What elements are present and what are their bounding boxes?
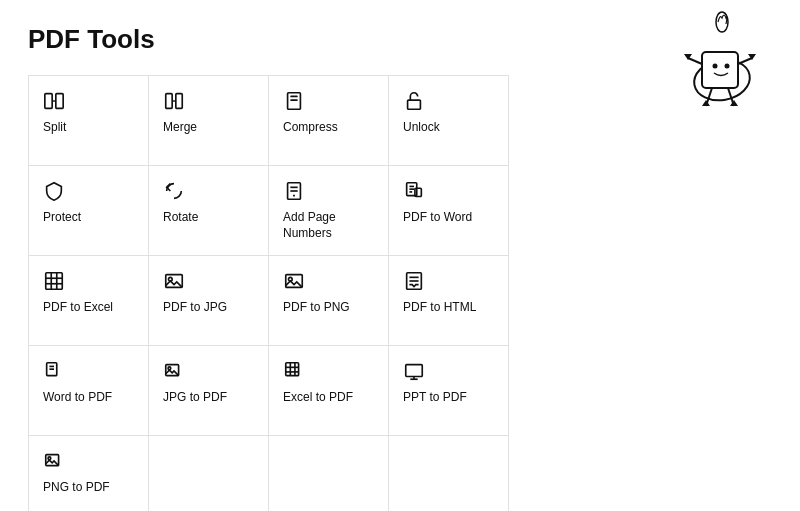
pdf-to-jpg-icon	[163, 270, 185, 292]
add-page-numbers-icon	[283, 180, 305, 202]
tool-item-rotate[interactable]: Rotate	[149, 166, 269, 256]
svg-rect-49	[286, 363, 299, 376]
svg-marker-10	[730, 100, 738, 106]
page-container: PDF Tools Spl	[0, 0, 800, 511]
unlock-label: Unlock	[403, 120, 440, 136]
pdf-to-jpg-label: PDF to JPG	[163, 300, 227, 316]
pdf-to-html-icon	[403, 270, 425, 292]
rotate-icon	[163, 180, 185, 202]
tool-item-unlock[interactable]: Unlock	[389, 76, 509, 166]
unlock-icon	[403, 90, 425, 112]
grid-empty-cell	[149, 436, 269, 511]
png-to-pdf-icon	[43, 450, 65, 472]
svg-marker-9	[702, 100, 710, 106]
pdf-to-word-icon	[403, 180, 425, 202]
pdf-to-excel-label: PDF to Excel	[43, 300, 113, 316]
tool-item-pdf-to-png[interactable]: PDF to PNG	[269, 256, 389, 346]
grid-empty-cell	[389, 436, 509, 511]
png-to-pdf-label: PNG to PDF	[43, 480, 110, 496]
add-page-numbers-label: Add Page Numbers	[283, 210, 336, 241]
word-to-pdf-label: Word to PDF	[43, 390, 112, 406]
merge-icon	[163, 90, 185, 112]
tool-item-word-to-pdf[interactable]: Word to PDF	[29, 346, 149, 436]
svg-rect-21	[290, 99, 297, 101]
svg-rect-16	[166, 94, 172, 109]
rotate-label: Rotate	[163, 210, 198, 226]
tool-item-merge[interactable]: Merge	[149, 76, 269, 166]
tool-item-protect[interactable]: Protect	[29, 166, 149, 256]
svg-rect-14	[56, 94, 63, 109]
svg-line-6	[738, 58, 752, 64]
split-icon	[43, 90, 65, 112]
svg-rect-32	[46, 273, 63, 290]
protect-label: Protect	[43, 210, 81, 226]
svg-point-3	[713, 64, 718, 69]
svg-rect-22	[408, 100, 421, 109]
svg-rect-54	[406, 365, 423, 377]
mascot-illustration	[660, 10, 780, 140]
tool-item-pdf-to-jpg[interactable]: PDF to JPG	[149, 256, 269, 346]
ppt-to-pdf-icon	[403, 360, 425, 382]
svg-rect-2	[702, 52, 738, 88]
tool-item-pdf-to-word[interactable]: PDF to Word	[389, 166, 509, 256]
merge-label: Merge	[163, 120, 197, 136]
tool-item-add-page-numbers[interactable]: Add Page Numbers	[269, 166, 389, 256]
excel-to-pdf-label: Excel to PDF	[283, 390, 353, 406]
pdf-to-word-label: PDF to Word	[403, 210, 472, 226]
split-label: Split	[43, 120, 66, 136]
compress-icon	[283, 90, 305, 112]
svg-line-5	[688, 58, 702, 64]
excel-to-pdf-icon	[283, 360, 305, 382]
compress-label: Compress	[283, 120, 338, 136]
tool-item-excel-to-pdf[interactable]: Excel to PDF	[269, 346, 389, 436]
jpg-to-pdf-label: JPG to PDF	[163, 390, 227, 406]
tool-item-jpg-to-pdf[interactable]: JPG to PDF	[149, 346, 269, 436]
word-to-pdf-icon	[43, 360, 65, 382]
protect-icon	[43, 180, 65, 202]
tool-item-pdf-to-html[interactable]: PDF to HTML	[389, 256, 509, 346]
tool-item-png-to-pdf[interactable]: PNG to PDF	[29, 436, 149, 511]
tool-item-compress[interactable]: Compress	[269, 76, 389, 166]
ppt-to-pdf-label: PPT to PDF	[403, 390, 467, 406]
tool-item-pdf-to-excel[interactable]: PDF to Excel	[29, 256, 149, 346]
svg-rect-20	[290, 96, 297, 98]
svg-rect-17	[176, 94, 182, 109]
pdf-to-html-label: PDF to HTML	[403, 300, 476, 316]
svg-point-4	[725, 64, 730, 69]
tools-grid: SplitMergeCompressUnlockProtectRotateAdd…	[28, 75, 509, 511]
jpg-to-pdf-icon	[163, 360, 185, 382]
svg-rect-13	[45, 94, 52, 109]
pdf-to-png-label: PDF to PNG	[283, 300, 350, 316]
pdf-to-png-icon	[283, 270, 305, 292]
tool-item-split[interactable]: Split	[29, 76, 149, 166]
tool-item-ppt-to-pdf[interactable]: PPT to PDF	[389, 346, 509, 436]
pdf-to-excel-icon	[43, 270, 65, 292]
grid-empty-cell	[269, 436, 389, 511]
